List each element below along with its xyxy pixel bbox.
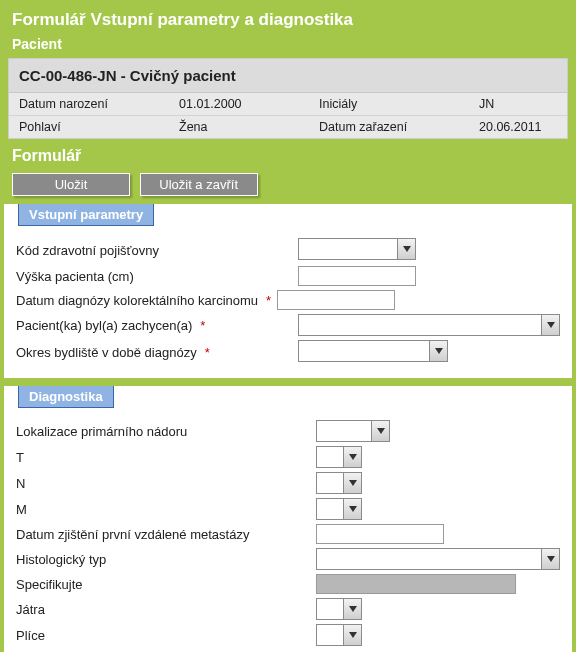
- svg-marker-4: [349, 454, 357, 460]
- table-row: Datum narození 01.01.2000 Iniciály JN: [9, 93, 567, 116]
- svg-marker-7: [547, 556, 555, 562]
- chevron-down-icon[interactable]: [397, 239, 415, 259]
- okres-select[interactable]: [298, 340, 448, 362]
- patient-initials-label: Iniciály: [309, 93, 469, 116]
- diagnostika-tab: Diagnostika: [18, 386, 114, 408]
- zachycen-label: Pacient(ka) byl(a) zachycen(a): [16, 318, 198, 333]
- jatra-select[interactable]: [316, 598, 362, 620]
- chevron-down-icon[interactable]: [541, 549, 559, 569]
- kod-pojistovny-label: Kód zdravotní pojišťovny: [16, 243, 165, 258]
- specifikujte-label: Specifikujte: [16, 577, 316, 592]
- chevron-down-icon[interactable]: [343, 473, 361, 493]
- kod-pojistovny-select[interactable]: [298, 238, 416, 260]
- datum-meta-label: Datum zjištění první vzdálené metastázy: [16, 527, 316, 542]
- chevron-down-icon[interactable]: [343, 499, 361, 519]
- diagnostika-section: Diagnostika Lokalizace primárního nádoru…: [4, 384, 572, 652]
- svg-marker-3: [377, 428, 385, 434]
- svg-marker-6: [349, 506, 357, 512]
- zachycen-select[interactable]: [298, 314, 560, 336]
- plice-label: Plíce: [16, 628, 316, 643]
- required-indicator: *: [200, 318, 205, 333]
- hist-typ-label: Histologický typ: [16, 552, 316, 567]
- required-indicator: *: [205, 345, 210, 360]
- t-label: T: [16, 450, 316, 465]
- jatra-label: Játra: [16, 602, 316, 617]
- table-row: Pohlaví Žena Datum zařazení 20.06.2011: [9, 116, 567, 139]
- chevron-down-icon[interactable]: [343, 447, 361, 467]
- t-select[interactable]: [316, 446, 362, 468]
- vyska-label: Výška pacienta (cm): [16, 269, 140, 284]
- patient-section-label: Pacient: [0, 36, 576, 58]
- chevron-down-icon[interactable]: [343, 599, 361, 619]
- datum-diag-input[interactable]: [277, 290, 395, 310]
- patient-sex-label: Pohlaví: [9, 116, 169, 139]
- plice-select[interactable]: [316, 624, 362, 646]
- patient-sex-value: Žena: [169, 116, 309, 139]
- hist-typ-select[interactable]: [316, 548, 560, 570]
- svg-marker-9: [349, 632, 357, 638]
- svg-marker-0: [403, 246, 411, 252]
- patient-initials-value: JN: [469, 93, 567, 116]
- svg-marker-2: [435, 348, 443, 354]
- svg-marker-5: [349, 480, 357, 486]
- patient-dob-label: Datum narození: [9, 93, 169, 116]
- chevron-down-icon[interactable]: [541, 315, 559, 335]
- n-select[interactable]: [316, 472, 362, 494]
- form-section-label: Formulář: [0, 139, 576, 169]
- chevron-down-icon[interactable]: [429, 341, 447, 361]
- patient-enroll-date-value: 20.06.2011: [469, 116, 567, 139]
- vstupni-parametry-tab: Vstupní parametry: [18, 204, 154, 226]
- vstupni-parametry-section: Vstupní parametry Kód zdravotní pojišťov…: [4, 202, 572, 378]
- patient-dob-value: 01.01.2000: [169, 93, 309, 116]
- m-select[interactable]: [316, 498, 362, 520]
- patient-panel: CC-00-486-JN - Cvičný pacient Datum naro…: [8, 58, 568, 139]
- okres-label: Okres bydliště v době diagnózy: [16, 345, 203, 360]
- patient-info-table: Datum narození 01.01.2000 Iniciály JN Po…: [9, 93, 567, 138]
- chevron-down-icon[interactable]: [371, 421, 389, 441]
- datum-diag-label: Datum diagnózy kolorektálního karcinomu: [16, 293, 264, 308]
- n-label: N: [16, 476, 316, 491]
- chevron-down-icon[interactable]: [343, 625, 361, 645]
- specifikujte-input-disabled: [316, 574, 516, 594]
- m-label: M: [16, 502, 316, 517]
- lokalizace-select[interactable]: [316, 420, 390, 442]
- required-indicator: *: [266, 293, 271, 308]
- patient-enroll-date-label: Datum zařazení: [309, 116, 469, 139]
- page-title: Formulář Vstupní parametry a diagnostika: [12, 10, 564, 30]
- svg-marker-8: [349, 606, 357, 612]
- vyska-input[interactable]: [298, 266, 416, 286]
- patient-title: CC-00-486-JN - Cvičný pacient: [9, 59, 567, 93]
- svg-marker-1: [547, 322, 555, 328]
- lokalizace-label: Lokalizace primárního nádoru: [16, 424, 316, 439]
- save-button[interactable]: Uložit: [12, 173, 130, 196]
- datum-meta-input[interactable]: [316, 524, 444, 544]
- save-close-button[interactable]: Uložit a zavřít: [140, 173, 258, 196]
